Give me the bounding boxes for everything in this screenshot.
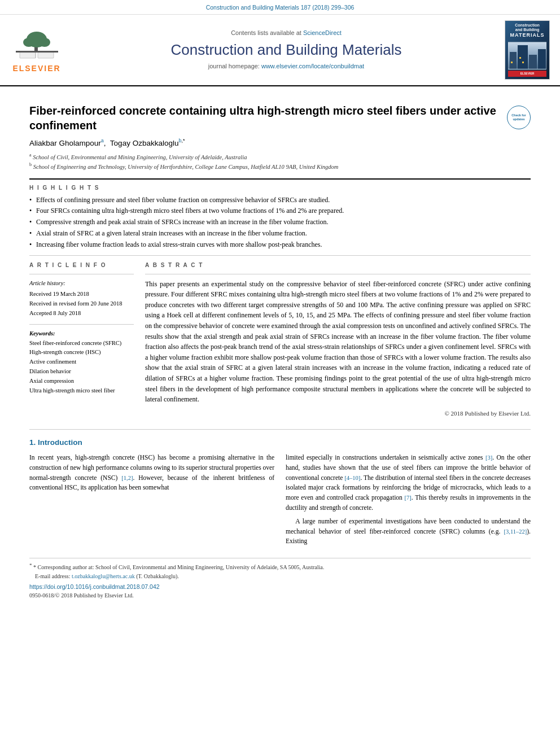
author-1-sup: a [101,138,104,143]
contents-available: Contents lists available at ScienceDirec… [73,29,499,37]
author-2-star: ,* [181,138,185,143]
footnote-section: * * Corresponding author at: School of C… [29,558,531,600]
corr-author-text: * Corresponding author at: School of Civ… [33,565,324,571]
received-date: Received 19 March 2018 [29,290,134,299]
sciencedirect-link[interactable]: ScienceDirect [303,29,342,36]
journal-title-center: Contents lists available at ScienceDirec… [68,29,505,71]
article-history: Article history: Received 19 March 2018 … [29,279,134,318]
homepage-label: journal homepage: [208,63,260,69]
contents-available-text: Contents lists available at [231,29,301,36]
highlight-1: Effects of confining pressure and steel … [29,195,531,205]
ref-3-11-22: [3,11–22] [504,528,527,535]
author-2-name: Togay Ozbakkaloglu [110,138,179,147]
keyword-5: Axial compression [29,377,134,386]
article-title-section: Fiber-reinforced concrete containing ult… [29,103,531,133]
highlight-2: Four SFRCs containing ultra high-strengt… [29,206,531,216]
highlight-5: Increasing fiber volume fraction leads t… [29,240,531,250]
intro-two-col: In recent years, high-strength concrete … [29,453,531,550]
ref-4-10: [4–10] [344,475,360,481]
abstract-text: This paper presents an experimental stud… [145,279,531,405]
article-info-label: A R T I C L E I N F O [29,261,134,269]
affiliations: a School of Civil, Environmental and Min… [29,152,531,172]
doi-link[interactable]: https://doi.org/10.1016/j.conbuildmat.20… [29,583,531,591]
authors: Aliakbar Gholampoura, Togay Ozbakkaloglu… [29,137,531,148]
keywords-title: Keywords: [29,329,134,339]
copyright-line: © 2018 Published by Elsevier Ltd. [145,409,531,418]
footnote-star-icon: * [29,562,32,568]
keyword-6: Ultra high-strength micro steel fiber [29,386,134,396]
article-info-divider [29,274,134,274]
journal-cover: Constructionand BuildingMATERIALS ELSEVI… [505,20,550,80]
highlight-3: Compressive strength and peak axial stra… [29,217,531,227]
affil-2-text: School of Engineering and Technology, Un… [33,164,339,170]
elsevier-tree-icon [13,25,61,62]
top-reference: Construction and Building Materials 187 … [0,0,560,15]
email-note: E-mail address: t.ozbakkaloglu@herts.ac.… [29,572,531,580]
author-1-name: Aliakbar Gholampour [29,138,101,147]
introduction-section: 1. Introduction In recent years, high-st… [29,429,531,550]
homepage-url[interactable]: www.elsevier.com/locate/conbuildmat [261,63,364,69]
svg-point-4 [39,38,50,47]
highlight-4: Axial strain of SFRC at a given lateral … [29,229,531,238]
elsevier-text: ELSEVIER [12,63,60,75]
keyword-2: High-strength concrete (HSC) [29,348,134,357]
main-content: Fiber-reinforced concrete containing ult… [0,86,560,609]
intro-left-para-1: In recent years, high-strength concrete … [29,453,274,493]
email-paren: (T. Ozbakkaloglu). [136,573,179,579]
keywords-section: Keywords: Steel fiber-reinforced concret… [29,329,134,396]
highlights-section: H I G H L I G H T S Effects of confining… [29,184,531,250]
svg-rect-5 [20,53,36,58]
elsevier-logo: ELSEVIER [6,25,68,75]
highlights-label: H I G H L I G H T S [29,184,531,192]
affil-2-sup: b [29,162,32,167]
article-info-column: A R T I C L E I N F O Article history: R… [29,261,134,418]
intro-right-para-1: limited especially in constructions unde… [286,453,531,513]
intro-title: 1. Introduction [29,438,531,448]
journal-main-title: Construction and Building Materials [73,40,499,60]
keyword-1: Steel fiber-reinforced concrete (SFRC) [29,339,134,348]
affiliation-2: b School of Engineering and Technology, … [29,161,531,171]
abstract-column: A B S T R A C T This paper presents an e… [145,261,531,418]
journal-ref-text: Construction and Building Materials 187 … [206,4,355,11]
abstract-divider [145,274,531,274]
ref-7: [7] [405,495,412,501]
highlights-divider [29,255,531,256]
journal-homepage: journal homepage: www.elsevier.com/locat… [73,62,499,71]
article-title: Fiber-reinforced concrete containing ult… [29,103,507,133]
ref-1-2: [1,2] [121,475,133,481]
check-updates-badge: Check forupdates [507,106,531,129]
intro-left-col: In recent years, high-strength concrete … [29,453,274,550]
intro-right-para-2: A large number of experimental investiga… [286,517,531,547]
affil-1-text: School of Civil, Environmental and Minin… [33,154,247,160]
received-revised-date: Received in revised form 20 June 2018 [29,299,134,309]
keyword-4: Dilation behavior [29,367,134,377]
corr-author-note: * * Corresponding author at: School of C… [29,562,531,571]
affil-1-sup: a [29,152,32,158]
email-label: E-mail address: [35,573,70,579]
journal-header: ELSEVIER Contents lists available at Sci… [0,15,560,86]
abstract-label: A B S T R A C T [145,261,531,269]
page: Construction and Building Materials 187 … [0,0,560,747]
cover-label: Constructionand BuildingMATERIALS [510,23,545,39]
svg-rect-6 [38,53,54,58]
article-info-abstract: A R T I C L E I N F O Article history: R… [29,261,531,418]
svg-point-3 [23,38,34,47]
ref-3: [3] [485,455,492,461]
email-link[interactable]: t.ozbakkaloglu@herts.ac.uk [72,573,135,579]
accepted-date: Accepted 8 July 2018 [29,309,134,318]
intro-right-col: limited especially in constructions unde… [286,453,531,550]
highlights-list: Effects of confining pressure and steel … [29,195,531,250]
keyword-3: Active confinement [29,357,134,367]
issn-line: 0950-0618/© 2018 Published by Elsevier L… [29,592,531,600]
affiliation-1: a School of Civil, Environmental and Min… [29,152,531,161]
history-title: Article history: [29,279,134,289]
header-divider [29,178,531,180]
keywords-divider [29,324,134,325]
